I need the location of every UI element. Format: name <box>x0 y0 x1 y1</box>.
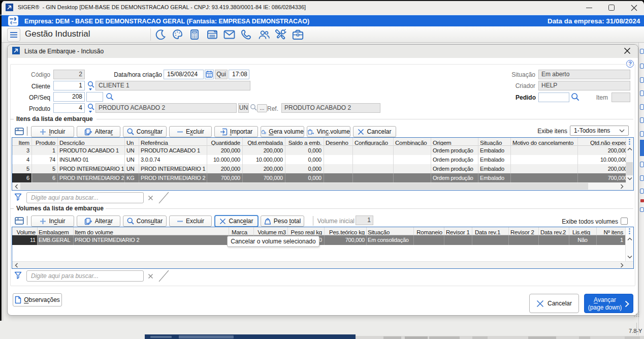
svg-text:31: 31 <box>207 74 211 77</box>
